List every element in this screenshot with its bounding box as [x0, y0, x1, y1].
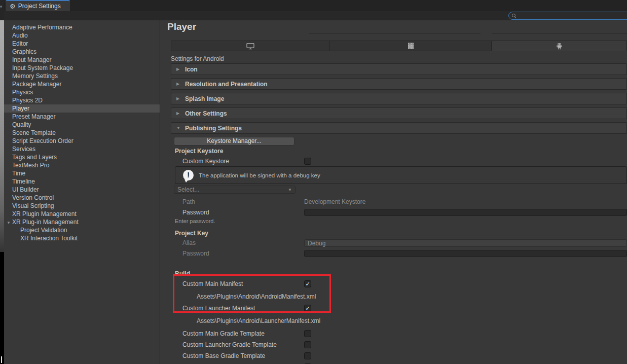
section-publishing-settings[interactable]: ▼ Publishing Settings — [171, 122, 627, 134]
section-resolution-and-presentation[interactable]: ▶ Resolution and Presentation — [171, 78, 627, 90]
desktop-icon — [246, 43, 255, 50]
platform-tab-strip — [171, 41, 627, 51]
sidebar-item-project-validation[interactable]: Project Validation — [4, 226, 160, 234]
section-label: Resolution and Presentation — [185, 81, 268, 88]
sidebar-item-input-manager[interactable]: Input Manager — [4, 56, 160, 64]
settings-sidebar: Adaptive Performance Audio Editor Graphi… — [4, 20, 160, 364]
keystore-path-label: Path — [182, 198, 304, 205]
keystore-path-row: Path Development Keystore — [167, 198, 627, 206]
project-key-heading: Project Key — [175, 230, 627, 237]
custom-launcher-gradle-template-label: Custom Launcher Gradle Template — [182, 341, 304, 348]
tab-platform-desktop[interactable] — [171, 41, 330, 51]
background-caret-line — [1, 356, 2, 363]
sidebar-item-script-execution-order[interactable]: Script Execution Order — [4, 137, 160, 145]
sidebar-item-xr-plug-in-management[interactable]: ▼XR Plug-in Management — [4, 218, 160, 226]
foldout-expanded-icon[interactable]: ▼ — [5, 219, 12, 227]
section-label: Splash Image — [185, 95, 224, 102]
player-settings-panel: Player — [161, 20, 627, 364]
keystore-password-field[interactable] — [304, 209, 627, 216]
chevron-right-icon: ▶ — [176, 111, 181, 116]
custom-launcher-manifest-checkbox[interactable]: ✓ — [304, 305, 311, 312]
project-keystore-heading: Project Keystore — [175, 148, 627, 155]
custom-main-manifest-label: Custom Main Manifest — [182, 280, 304, 287]
section-splash-image[interactable]: ▶ Splash Image — [171, 93, 627, 104]
sidebar-item-tags-and-layers[interactable]: Tags and Layers — [4, 153, 160, 161]
tab-platform-android[interactable] — [492, 41, 626, 51]
search-box[interactable] — [508, 12, 627, 20]
background-dropdown-arrow-icon: ▼ — [0, 5, 3, 9]
key-alias-field[interactable]: Debug — [304, 239, 627, 247]
background-editor-strip: ▼ — [0, 0, 4, 364]
sidebar-item-version-control[interactable]: Version Control — [4, 194, 160, 202]
sidebar-item-input-system-package[interactable]: Input System Package — [4, 64, 160, 72]
sidebar-item-player[interactable]: Player — [4, 104, 160, 113]
custom-main-gradle-template-label: Custom Main Gradle Template — [182, 330, 304, 337]
custom-main-gradle-template-row: Custom Main Gradle Template — [167, 330, 627, 338]
sidebar-item-quality[interactable]: Quality — [4, 121, 160, 129]
chevron-right-icon: ▶ — [176, 96, 181, 101]
key-password-row: Password — [167, 249, 627, 258]
title-divider-right — [492, 33, 627, 33]
project-settings-tab[interactable]: ⚙ Project Settings — [6, 0, 70, 11]
key-password-label: Password — [182, 250, 304, 257]
custom-main-manifest-checkbox[interactable]: ✓ — [304, 280, 311, 287]
key-password-field[interactable] — [304, 250, 627, 257]
custom-launcher-gradle-template-row: Custom Launcher Gradle Template — [167, 341, 627, 349]
enter-password-hint: Enter password. — [175, 218, 627, 224]
info-icon: ! — [183, 170, 194, 180]
background-top-segment: ▼ — [0, 0, 4, 20]
title-divider-left — [309, 33, 481, 33]
keystore-password-row: Password — [167, 208, 627, 216]
sidebar-item-package-manager[interactable]: Package Manager — [4, 80, 160, 88]
custom-base-gradle-template-row: Custom Base Gradle Template — [167, 352, 627, 360]
section-other-settings[interactable]: ▶ Other Settings — [171, 107, 627, 119]
custom-launcher-gradle-template-checkbox[interactable] — [304, 341, 311, 348]
keystore-select-value: Select... — [177, 186, 288, 193]
settings-toolbar — [4, 11, 627, 20]
custom-base-gradle-template-label: Custom Base Gradle Template — [182, 352, 304, 359]
sidebar-item-label: XR Plug-in Management — [12, 219, 79, 226]
custom-main-gradle-template-checkbox[interactable] — [304, 330, 311, 337]
custom-keystore-label: Custom Keystore — [182, 158, 304, 165]
sidebar-item-services[interactable]: Services — [4, 145, 160, 153]
sidebar-item-time[interactable]: Time — [4, 169, 160, 177]
sidebar-item-xr-plugin-management[interactable]: XR Plugin Management — [4, 210, 160, 218]
sidebar-item-memory-settings[interactable]: Memory Settings — [4, 72, 160, 80]
custom-keystore-row: Custom Keystore — [167, 157, 627, 165]
sidebar-item-ui-builder[interactable]: UI Builder — [4, 186, 160, 194]
sidebar-item-editor[interactable]: Editor — [4, 40, 160, 48]
sidebar-item-graphics[interactable]: Graphics — [4, 48, 160, 56]
page-title: Player — [167, 21, 196, 32]
search-input[interactable] — [517, 13, 618, 19]
custom-main-manifest-path: Assets\Plugins\Android\AndroidManifest.x… — [167, 293, 627, 300]
debug-key-info-text: The application will be signed with a de… — [199, 172, 320, 178]
custom-launcher-manifest-label: Custom Launcher Manifest — [182, 305, 304, 312]
sidebar-item-adaptive-performance[interactable]: Adaptive Performance — [4, 23, 160, 31]
debug-key-info-box: ! The application will be signed with a … — [175, 166, 627, 184]
gear-icon: ⚙ — [10, 3, 16, 10]
dropdown-arrow-icon: ▼ — [288, 188, 292, 192]
sidebar-item-physics-2d[interactable]: Physics 2D — [4, 96, 160, 104]
window-tabbar: ⚙ Project Settings — [4, 0, 627, 11]
custom-base-gradle-template-checkbox[interactable] — [304, 352, 311, 359]
custom-launcher-manifest-path: Assets\Plugins\Android\LauncherManifest.… — [167, 317, 627, 324]
sidebar-item-physics[interactable]: Physics — [4, 88, 160, 96]
tab-platform-dedicated-server[interactable] — [330, 41, 492, 51]
settings-for-label: Settings for Android — [171, 55, 627, 63]
section-label: Other Settings — [185, 110, 227, 117]
sidebar-item-xr-interaction-toolkit[interactable]: XR Interaction Toolkit — [4, 234, 160, 242]
sidebar-item-visual-scripting[interactable]: Visual Scripting — [4, 202, 160, 210]
sidebar-item-audio[interactable]: Audio — [4, 31, 160, 40]
window-tab-title: Project Settings — [18, 3, 61, 10]
sidebar-item-timeline[interactable]: Timeline — [4, 177, 160, 186]
sidebar-item-scene-template[interactable]: Scene Template — [4, 129, 160, 137]
keystore-select-dropdown[interactable]: Select... ▼ — [174, 186, 296, 194]
sidebar-item-textmesh-pro[interactable]: TextMesh Pro — [4, 161, 160, 169]
page-title-row: Player — [167, 20, 627, 33]
section-label: Icon — [185, 66, 198, 73]
sidebar-item-preset-manager[interactable]: Preset Manager — [4, 113, 160, 121]
keystore-manager-button[interactable]: Keystore Manager... — [174, 137, 294, 145]
custom-keystore-checkbox[interactable] — [304, 158, 311, 165]
chevron-right-icon: ▶ — [176, 67, 181, 71]
section-icon[interactable]: ▶ Icon — [171, 63, 627, 75]
